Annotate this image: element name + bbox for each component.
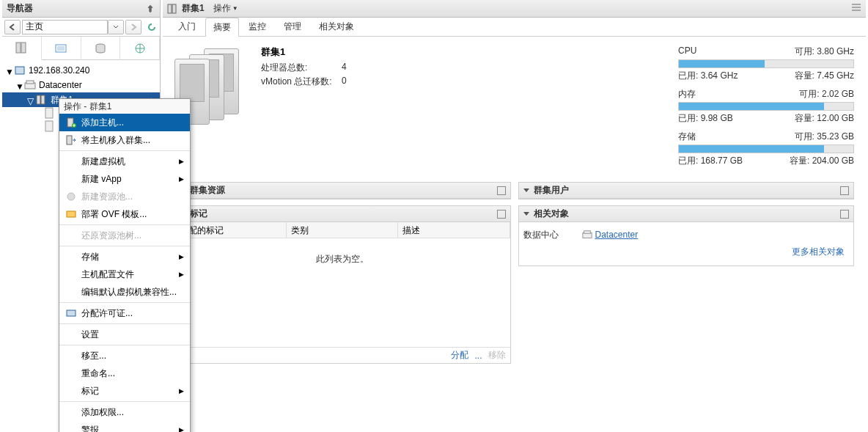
resource-meters: CPU可用: 3.80 GHz 已用: 3.64 GHz容量: 7.45 GHz… xyxy=(678,45,854,173)
context-menu: 操作 - 群集1 添加主机... 将主机移入群集... 新建虚拟机▶ 新建 vA… xyxy=(59,98,191,432)
ctx-move-host[interactable]: 将主机移入群集... xyxy=(59,131,190,149)
tab-getting-started[interactable]: 入门 xyxy=(170,17,204,36)
expand-arrow-icon[interactable]: ▽ xyxy=(27,96,34,103)
svg-rect-19 xyxy=(67,310,76,316)
back-button[interactable] xyxy=(4,20,21,34)
meter-free: 可用: 3.80 GHz xyxy=(795,45,854,58)
ctx-deploy-ovf[interactable]: 部署 OVF 模板... xyxy=(59,205,190,223)
vmotion-label: vMotion 总迁移数: xyxy=(261,76,342,88)
panel-box-icon[interactable] xyxy=(840,210,849,219)
main-tabs: 入门 摘要 监控 管理 相关对象 xyxy=(163,18,866,37)
submenu-arrow-icon: ▶ xyxy=(179,158,184,165)
dropdown-arrow-icon: ▼ xyxy=(232,5,238,12)
ctx-host-profile[interactable]: 主机配置文件▶ xyxy=(59,266,190,283)
ctx-new-vm[interactable]: 新建虚拟机▶ xyxy=(59,153,190,170)
panel-header[interactable]: 群集资源 xyxy=(175,183,510,199)
panel-header[interactable]: 群集用户 xyxy=(519,183,854,199)
expand-arrow-icon[interactable]: ▼ xyxy=(15,81,23,89)
tab-related[interactable]: 相关对象 xyxy=(311,17,362,36)
refresh-icon[interactable] xyxy=(146,21,158,33)
datacenter-icon xyxy=(24,79,36,91)
svg-rect-6 xyxy=(15,67,24,74)
vcenter-icon xyxy=(14,65,26,76)
cpu-count-label: 处理器总数: xyxy=(261,62,342,74)
svg-rect-9 xyxy=(37,95,40,104)
expand-arrow-icon[interactable]: ▼ xyxy=(5,67,12,74)
tree-datacenter-label: Datacenter xyxy=(39,80,82,90)
tags-remove-link: 移除 xyxy=(488,349,506,362)
meter-free: 可用: 35.23 GB xyxy=(795,131,854,143)
storage-meter: 存储可用: 35.23 GB 已用: 168.77 GB容量: 204.00 G… xyxy=(678,131,854,167)
panels-area: 群集资源 标记 分配的标记 类别 描述 此列表为空。 xyxy=(163,182,866,364)
breadcrumb-bar: 主页 xyxy=(2,18,160,37)
add-host-icon xyxy=(65,117,77,128)
meter-label: CPU xyxy=(678,45,696,58)
breadcrumb-field[interactable]: 主页 xyxy=(22,20,108,34)
related-datacenter-label: 数据中心 xyxy=(523,229,582,241)
tags-col-category[interactable]: 类别 xyxy=(287,222,398,238)
svg-rect-23 xyxy=(584,231,590,234)
svg-rect-20 xyxy=(168,4,172,13)
pin-icon[interactable] xyxy=(145,4,155,14)
host-icon[interactable] xyxy=(43,107,55,119)
ctx-tags[interactable]: 标记▶ xyxy=(59,382,190,400)
panel-header[interactable]: 相关对象 xyxy=(519,206,854,222)
ctx-settings[interactable]: 设置 xyxy=(59,326,190,343)
svg-rect-11 xyxy=(45,108,53,118)
panel-box-icon[interactable] xyxy=(497,210,506,219)
panel-header[interactable]: 标记 xyxy=(175,206,510,222)
tree-vcenter-node[interactable]: ▼ 192.168.30.240 xyxy=(2,63,160,78)
ctx-alerts[interactable]: 警报▶ xyxy=(59,421,190,432)
summary-section: 群集1 处理器总数:4 vMotion 总迁移数:0 CPU可用: 3.80 G… xyxy=(163,37,866,182)
tab-manage[interactable]: 管理 xyxy=(276,17,309,36)
cluster-icon xyxy=(36,94,48,106)
panel-box-icon[interactable] xyxy=(497,186,506,195)
datacenter-icon xyxy=(582,230,592,240)
meter-used: 已用: 3.64 GHz xyxy=(678,70,738,82)
ctx-assign-license[interactable]: 分配许可证... xyxy=(59,304,190,322)
tree-datacenter-node[interactable]: ▼ Datacenter xyxy=(2,78,160,92)
hosts-clusters-tab-icon[interactable] xyxy=(2,37,42,60)
pool-icon xyxy=(65,191,77,202)
ctx-storage[interactable]: 存储▶ xyxy=(59,248,190,266)
panel-menu-icon[interactable] xyxy=(851,2,861,15)
cluster-info: 群集1 处理器总数:4 vMotion 总迁移数:0 xyxy=(261,45,364,173)
storage-tab-icon[interactable] xyxy=(81,37,121,60)
ctx-rename[interactable]: 重命名... xyxy=(59,365,190,382)
context-menu-title: 操作 - 群集1 xyxy=(59,99,190,114)
cluster-icon xyxy=(167,3,179,15)
forward-button[interactable] xyxy=(125,20,141,34)
host-icon[interactable] xyxy=(43,120,55,132)
breadcrumb-text: 主页 xyxy=(26,21,43,33)
tags-col-assigned[interactable]: 分配的标记 xyxy=(175,222,287,238)
ctx-add-perm[interactable]: 添加权限... xyxy=(59,403,190,421)
actions-dropdown[interactable]: 操作▼ xyxy=(213,2,238,15)
tags-assign-link[interactable]: 分配 xyxy=(451,349,468,362)
tab-monitor[interactable]: 监控 xyxy=(240,17,274,36)
ctx-move-to[interactable]: 移至... xyxy=(59,347,190,365)
inventory-tabs xyxy=(2,37,160,60)
panel-box-icon[interactable] xyxy=(840,186,849,195)
tags-footer: 分配... 移除 xyxy=(175,347,510,363)
tags-empty-message: 此列表为空。 xyxy=(175,238,510,280)
related-datacenter-link[interactable]: Datacenter xyxy=(582,230,639,240)
breadcrumb-dropdown[interactable] xyxy=(108,20,124,34)
vms-templates-tab-icon[interactable] xyxy=(42,37,81,60)
ctx-add-host[interactable]: 添加主机... xyxy=(59,114,190,131)
svg-rect-21 xyxy=(172,4,176,13)
tab-summary[interactable]: 摘要 xyxy=(205,18,239,37)
collapse-icon xyxy=(523,188,529,192)
collapse-icon xyxy=(523,212,529,216)
ctx-new-vapp[interactable]: 新建 vApp▶ xyxy=(59,170,190,188)
submenu-arrow-icon: ▶ xyxy=(179,175,184,183)
networking-tab-icon[interactable] xyxy=(120,37,160,60)
related-objects-panel: 相关对象 数据中心 Datacenter 更多相关对象 xyxy=(518,205,855,266)
svg-rect-16 xyxy=(67,136,72,144)
tags-table-header: 分配的标记 类别 描述 xyxy=(175,222,510,238)
svg-point-17 xyxy=(67,193,75,200)
ctx-edit-compat[interactable]: 编辑默认虚拟机兼容性... xyxy=(59,283,190,301)
cpu-meter: CPU可用: 3.80 GHz 已用: 3.64 GHz容量: 7.45 GHz xyxy=(678,45,854,82)
ovf-icon xyxy=(65,208,77,220)
tags-col-desc[interactable]: 描述 xyxy=(398,222,510,238)
more-related-link[interactable]: 更多相关对象 xyxy=(792,246,845,257)
